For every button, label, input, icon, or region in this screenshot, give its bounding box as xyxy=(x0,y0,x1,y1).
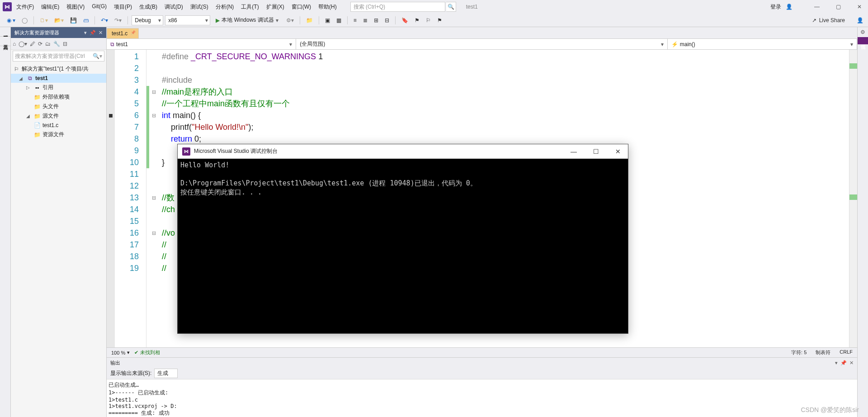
menu-item[interactable]: 扩展(X) xyxy=(263,1,288,13)
start-debug-button[interactable]: ▶ 本地 Windows 调试器 ▾ xyxy=(212,15,282,25)
headers-node[interactable]: 📁 头文件 xyxy=(11,102,106,111)
indent-icon[interactable]: ≡ xyxy=(351,16,359,25)
outdent-icon[interactable]: ≣ xyxy=(361,16,370,25)
admin-icon[interactable]: 👤 xyxy=(857,17,863,24)
menu-item[interactable]: Git(G) xyxy=(88,1,110,13)
vs-logo-icon: ⋈ xyxy=(3,2,12,11)
node-label: 源文件 xyxy=(42,112,59,120)
solution-node[interactable]: ⚐ 解决方案"test1"(1 个项目/共 xyxy=(11,64,106,74)
tool-icon-1[interactable]: ▣ xyxy=(323,16,332,25)
menu-item[interactable]: 测试(S) xyxy=(187,1,212,13)
live-share-button[interactable]: Live Share xyxy=(819,17,845,24)
source-label: 显示输出来源(S): xyxy=(110,370,151,377)
nav-back-button[interactable]: ◉ ▾ xyxy=(5,16,18,25)
minimize-button[interactable]: — xyxy=(568,147,580,156)
bookmark-icon[interactable]: 🔖 xyxy=(399,16,410,25)
attach-button[interactable]: ⚙▾ xyxy=(284,16,296,25)
nav-fwd-button[interactable]: ◯ xyxy=(19,16,30,25)
resources-node[interactable]: 📁 资源文件 xyxy=(11,130,106,139)
nav-scope-select[interactable]: (全局范围) xyxy=(296,39,668,49)
line-ending[interactable]: CRLF xyxy=(840,349,853,356)
solution-explorer-panel: 解决方案资源管理器 ▾ 📌 ✕ ⌂ ◯▾ 🖉 ⟳ 🗂 🔧 ⊟ 搜索解决方案资源管… xyxy=(11,27,107,417)
properties-icon[interactable]: 🔧 xyxy=(53,41,60,47)
uncomment-icon[interactable]: ⊟ xyxy=(382,16,392,25)
sync-icon[interactable]: 🖉 xyxy=(30,41,35,47)
tab-mode[interactable]: 制表符 xyxy=(816,349,830,356)
close-button[interactable]: ✕ xyxy=(854,2,865,12)
search-input[interactable]: 搜索 (Ctrl+Q) xyxy=(350,2,445,12)
folder-icon[interactable]: 📁 xyxy=(304,16,315,25)
collapse-icon[interactable]: ⊟ xyxy=(63,41,67,47)
close-panel-icon[interactable]: ✕ xyxy=(99,30,103,36)
refresh-icon[interactable]: ⟳ xyxy=(38,41,42,47)
menu-item[interactable]: 窗口(W) xyxy=(288,1,315,13)
nav-member-select[interactable]: ⚡ main() xyxy=(668,39,857,49)
live-share-icon: ↗ xyxy=(812,17,816,24)
external-deps-node[interactable]: 📁 外部依赖项 xyxy=(11,92,106,102)
menu-item[interactable]: 编辑(E) xyxy=(38,1,63,13)
platform-select[interactable]: x86 xyxy=(165,15,210,25)
references-node[interactable]: ▷ ▪▪ 引用 xyxy=(11,83,106,92)
menu-item[interactable]: 帮助(H) xyxy=(315,1,340,13)
menu-item[interactable]: 分析(N) xyxy=(212,1,238,13)
gear-icon[interactable]: ⚙ xyxy=(858,27,868,37)
sources-node[interactable]: ◢ 📁 源文件 xyxy=(11,111,106,121)
console-titlebar[interactable]: ⋈ Microsoft Visual Studio 调试控制台 — ☐ ✕ xyxy=(178,144,628,159)
solution-search-input[interactable]: 搜索解决方案资源管理器(Ctrl 🔍▾ xyxy=(13,51,104,62)
menu-item[interactable]: 调试(D) xyxy=(161,1,187,13)
output-source-select[interactable]: 生成 xyxy=(154,369,178,378)
menu-item[interactable]: 工具(T) xyxy=(237,1,262,13)
properties-tab[interactable]: 属性 xyxy=(858,37,868,44)
toolbox-tab[interactable]: 工具箱 xyxy=(0,37,10,46)
pin-icon[interactable]: 📌 xyxy=(840,360,847,366)
project-node[interactable]: ◢ ⧉ test1 xyxy=(11,74,106,83)
flag-icon-2[interactable]: ⚐ xyxy=(424,16,433,25)
open-button[interactable]: 📂▾ xyxy=(52,16,66,25)
dropdown-icon[interactable]: ▾ xyxy=(835,360,838,366)
vertical-scrollbar[interactable] xyxy=(849,50,857,347)
change-marker xyxy=(849,194,857,200)
pin-icon[interactable]: 📌 xyxy=(90,30,96,36)
user-icon[interactable]: 👤 xyxy=(786,4,793,10)
node-label: 资源文件 xyxy=(42,131,64,138)
show-all-icon[interactable]: 🗂 xyxy=(45,41,51,47)
nav-project-select[interactable]: ⧉ test1 xyxy=(107,39,296,49)
zoom-control[interactable]: 100 %▾ xyxy=(111,350,130,355)
login-button[interactable]: 登录 xyxy=(770,3,781,11)
editor-status-bar: 100 %▾ ✔未找到相 字符: 5 制表符 CRLF xyxy=(107,347,857,357)
flag-icon-1[interactable]: ⚑ xyxy=(412,16,422,25)
menu-item[interactable]: 文件(F) xyxy=(13,1,38,13)
expand-icon[interactable]: ◢ xyxy=(26,114,32,118)
close-icon[interactable]: ✕ xyxy=(849,360,854,366)
menu-item[interactable]: 生成(B) xyxy=(136,1,161,13)
output-content[interactable]: 已启动生成… 1>------ 已启动生成: 1>test1.c 1>test1… xyxy=(107,379,857,417)
save-button[interactable]: 💾 xyxy=(68,16,79,25)
maximize-button[interactable]: ☐ xyxy=(590,147,602,156)
comment-icon[interactable]: ⊞ xyxy=(372,16,381,25)
config-select[interactable]: Debug xyxy=(132,15,163,25)
file-tab-test1c[interactable]: test1.c xyxy=(107,28,139,38)
no-issues-indicator[interactable]: ✔未找到相 xyxy=(134,349,160,356)
save-all-button[interactable]: 🗃 xyxy=(81,16,91,25)
expand-icon[interactable]: ◢ xyxy=(19,76,24,81)
source-file-node[interactable]: 📄 test1.c xyxy=(11,121,106,130)
project-icon: ⧉ xyxy=(26,75,33,82)
undo-button[interactable]: ↶▾ xyxy=(99,16,110,25)
home-icon[interactable]: ⌂ xyxy=(13,41,16,47)
redo-button[interactable]: ↷▾ xyxy=(112,16,124,25)
expand-icon[interactable]: ▷ xyxy=(26,85,32,90)
new-button[interactable]: 🗋▾ xyxy=(38,16,50,25)
menu-item[interactable]: 视图(V) xyxy=(63,1,88,13)
dropdown-icon[interactable]: ▾ xyxy=(84,30,87,36)
back-icon[interactable]: ◯▾ xyxy=(19,41,27,47)
flag-icon-3[interactable]: ⚑ xyxy=(435,16,444,25)
minimize-button[interactable]: — xyxy=(811,2,823,12)
maximize-button[interactable]: ▢ xyxy=(832,2,844,12)
server-explorer-tab[interactable]: 服务器资源管理器 xyxy=(0,27,10,37)
tool-icon-2[interactable]: ▦ xyxy=(334,16,344,25)
references-icon: ▪▪ xyxy=(33,84,41,91)
search-icon[interactable]: 🔍 xyxy=(446,2,456,12)
menu-item[interactable]: 项目(P) xyxy=(110,1,136,13)
console-output[interactable]: Hello World! D:\ProgramFiles\Project\tes… xyxy=(178,159,628,333)
close-button[interactable]: ✕ xyxy=(613,147,623,156)
